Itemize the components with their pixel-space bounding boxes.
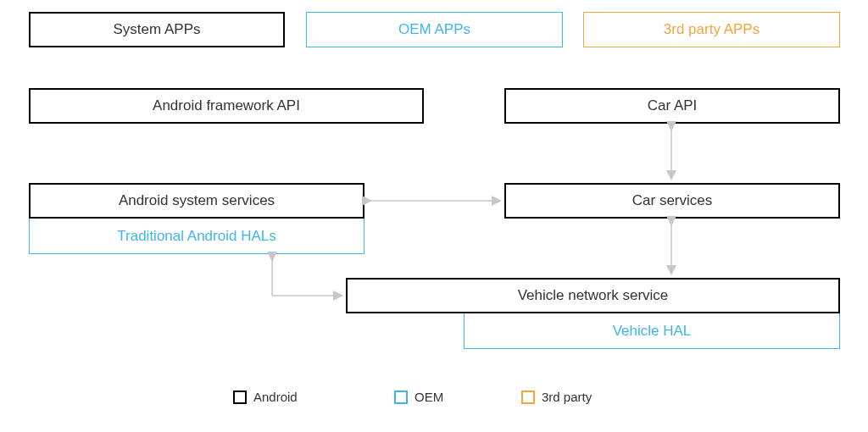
label: Vehicle network service [518,287,669,304]
legend-third-party: 3rd party [521,390,592,404]
box-vehicle-network-service: Vehicle network service [346,278,840,313]
label: Car API [648,97,698,114]
box-system-apps: System APPs [29,12,285,47]
label: OEM APPs [398,21,470,38]
label: System APPs [114,21,201,38]
legend-oem: OEM [394,390,443,404]
label: Android framework API [153,97,300,114]
label: Traditional Android HALs [117,228,275,245]
legend-label: OEM [415,390,443,404]
box-vehicle-hal: Vehicle HAL [464,313,840,349]
box-traditional-android-hals: Traditional Android HALs [29,219,364,254]
label: Car services [632,192,712,209]
box-android-system-services: Android system services [29,183,364,219]
arrow-tradhals-vns [272,259,341,296]
label: Android system services [119,192,275,209]
box-car-api: Car API [504,88,840,124]
label: Vehicle HAL [613,323,692,340]
box-android-framework-api: Android framework API [29,88,424,124]
box-car-services: Car services [504,183,840,219]
box-oem-apps: OEM APPs [306,12,563,47]
swatch-icon [394,390,408,404]
swatch-icon [521,390,535,404]
label: 3rd party APPs [664,21,760,38]
swatch-icon [233,390,247,404]
legend-label: 3rd party [542,390,592,404]
box-3rd-party-apps: 3rd party APPs [583,12,840,47]
legend-label: Android [253,390,298,404]
diagram-canvas: System APPs OEM APPs 3rd party APPs Andr… [0,0,868,432]
legend-android: Android [233,390,298,404]
